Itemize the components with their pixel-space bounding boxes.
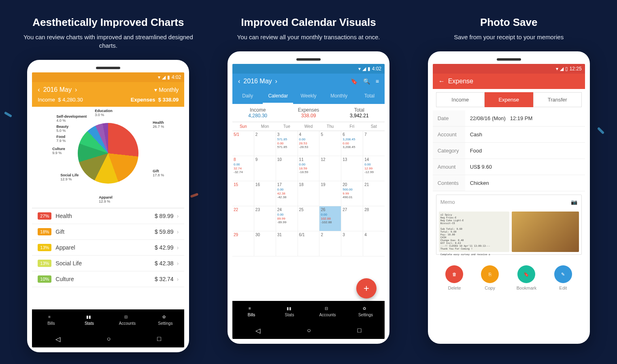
receipt-photo[interactable]: x2 Spicy Reg Fries-E Reg Coke Light-E Bi… (439, 212, 509, 252)
food-photo[interactable] (512, 212, 579, 252)
pie-chart[interactable] (78, 123, 138, 184)
nav-accounts[interactable]: ⊟Accounts (308, 301, 347, 322)
date-row[interactable]: Date 22/08/16 (Mon) 12:19 PM (433, 110, 585, 127)
tab-daily[interactable]: Daily (232, 89, 263, 104)
next-icon[interactable]: › (275, 78, 277, 85)
bookmark-icon[interactable]: 🔖 (351, 78, 357, 85)
recent-icon[interactable]: □ (157, 335, 161, 343)
calendar-cell[interactable]: 25 (298, 206, 320, 231)
calendar-cell[interactable]: 260.00102.88-102.88 (319, 206, 341, 231)
expense-list-item[interactable]: 27%Health$ 89.99› (32, 208, 184, 224)
tab-total[interactable]: Total (354, 89, 385, 104)
account-row[interactable]: Account Cash (433, 127, 585, 143)
home-icon[interactable]: ○ (107, 335, 111, 343)
nav-bills[interactable]: ≡Bills (32, 309, 70, 330)
tab-calendar[interactable]: Calendar (263, 89, 293, 104)
copy-button[interactable]: ⎘Copy (481, 265, 499, 290)
phone-expense: ▾◢▯12:25 ← Expense Income Expense Transf… (428, 51, 590, 344)
expense-list: 27%Health$ 89.99›18%Gift$ 59.89›13%Appar… (32, 208, 184, 309)
camera-icon[interactable]: 📷 (571, 199, 577, 205)
expense-list-item[interactable]: 13%Apparel$ 42.99› (32, 240, 184, 256)
calendar-cell[interactable]: 3571.850.00571.85 (276, 131, 298, 156)
filter-icon[interactable]: ≡ (376, 78, 379, 85)
bottom-nav: ≡Bills ▮▮Stats ⊟Accounts ✿Settings (32, 309, 184, 330)
calendar-cell[interactable]: 20500.009.99490.01 (341, 181, 363, 206)
expense-list-item[interactable]: 18%Gift$ 59.89› (32, 224, 184, 240)
nav-accounts[interactable]: ⊟Accounts (108, 309, 146, 330)
bottom-nav: ≡Bills ▮▮Stats ⊟Accounts ✿Settings (232, 301, 385, 322)
tab-weekly[interactable]: Weekly (293, 89, 323, 104)
recent-icon[interactable]: □ (357, 327, 362, 334)
period-dropdown[interactable]: ▾ Monthly (154, 87, 179, 93)
calendar-cell[interactable]: 28 (363, 206, 385, 231)
calendar-cell[interactable]: 140.0012.99-12.99 (363, 156, 385, 181)
calendar-cell[interactable]: 9 (254, 156, 276, 181)
tab-income[interactable]: Income (436, 92, 485, 107)
calendar-cell[interactable]: 27 (341, 206, 363, 231)
calendar-cell[interactable]: 22 (232, 206, 254, 231)
add-fab-button[interactable]: + (356, 278, 377, 298)
calendar-cell[interactable]: 19 (319, 181, 341, 206)
calendar-cell[interactable]: 3 (341, 231, 363, 256)
calendar-cell[interactable]: 40.0028.53-28.53 (298, 131, 320, 156)
tab-expense[interactable]: Expense (485, 92, 533, 107)
calendar-cell[interactable]: 10 (276, 156, 298, 181)
calendar-day-header: SunMonTueWedThuFriSat (232, 122, 385, 131)
delete-button[interactable]: 🗑Delete (445, 265, 463, 290)
calendar-cell[interactable]: 16 (254, 181, 276, 206)
nav-settings[interactable]: ✿Settings (146, 309, 184, 330)
calendar-cell[interactable]: 2 (319, 231, 341, 256)
tab-transfer[interactable]: Transfer (533, 92, 582, 107)
prev-icon[interactable]: ‹ (38, 86, 40, 93)
calendar-cell[interactable]: 6/1 (298, 231, 320, 256)
next-icon[interactable]: › (75, 86, 77, 93)
expense-list-item[interactable]: 10%Culture$ 32.74› (32, 271, 184, 287)
calendar-cell[interactable]: 240.0089.99-89.99 (276, 206, 298, 231)
month-label[interactable]: 2016 May (243, 78, 272, 85)
back-icon[interactable]: ◁ (55, 335, 60, 343)
calendar-cell[interactable]: 18 (298, 181, 320, 206)
calendar-cell[interactable]: 21 (363, 181, 385, 206)
expense-list-item[interactable]: 13%Social Life$ 42.38› (32, 256, 184, 271)
contents-row[interactable]: Contents Chicken (433, 175, 585, 191)
calendar-cell[interactable]: 5/1 (232, 131, 254, 156)
edit-button[interactable]: ✎Edit (554, 265, 572, 290)
calendar-cell[interactable]: 7 (363, 131, 385, 156)
panel-subtitle: You can review charts with improved and … (14, 33, 202, 50)
amount-row[interactable]: Amount US$ 9.60 (433, 159, 585, 175)
calendar-cell[interactable]: 15 (232, 181, 254, 206)
memo-label[interactable]: Memo (440, 199, 455, 205)
calendar-cell[interactable]: 29 (232, 231, 254, 256)
calendar-cell[interactable]: 12 (319, 156, 341, 181)
action-buttons: 🗑Delete ⎘Copy 🔖Bookmark ✎Edit (433, 258, 585, 298)
calendar-cell[interactable]: 23 (254, 206, 276, 231)
category-row[interactable]: Category Food (433, 143, 585, 159)
bookmark-button[interactable]: 🔖Bookmark (517, 265, 537, 290)
prev-icon[interactable]: ‹ (238, 78, 240, 85)
calendar-cell[interactable]: 5 (319, 131, 341, 156)
nav-bills[interactable]: ≡Bills (232, 301, 270, 322)
search-icon[interactable]: 🔍 (363, 78, 370, 85)
calendar-cell[interactable]: 110.0018.59-18.59 (298, 156, 320, 181)
calendar-cell[interactable]: 80.0032.74-32.74 (232, 156, 254, 181)
back-arrow-icon[interactable]: ← (438, 78, 445, 85)
calendar-cell[interactable]: 170.0042.38-42.38 (276, 181, 298, 206)
calendar-cell[interactable]: 2 (254, 131, 276, 156)
tab-monthly[interactable]: Monthly (324, 89, 354, 104)
calendar-cell[interactable]: 30 (254, 231, 276, 256)
calendar-cell[interactable]: 13 (341, 156, 363, 181)
pie-chart-area: Education3.0 % Self-development4.0 % Bea… (32, 107, 184, 208)
android-nav: ◁ ○ □ (232, 322, 385, 339)
calendar-cell[interactable]: 63,208.450.003,208.45 (341, 131, 363, 156)
nav-settings[interactable]: ✿Settings (347, 301, 385, 322)
transaction-type-tabs: Income Expense Transfer (433, 89, 585, 110)
home-icon[interactable]: ○ (307, 327, 311, 334)
calendar-cell[interactable]: 4 (363, 231, 385, 256)
nav-stats[interactable]: ▮▮Stats (70, 309, 108, 330)
calendar-cell[interactable]: 31 (276, 231, 298, 256)
status-bar: ▾◢▯12:25 (433, 64, 585, 74)
nav-stats[interactable]: ▮▮Stats (270, 301, 308, 322)
app-header: ‹ 2016 May › ▾ Monthly Income $ 4,280.30… (32, 82, 184, 107)
back-icon[interactable]: ◁ (255, 327, 260, 334)
month-label[interactable]: 2016 May (43, 86, 72, 93)
